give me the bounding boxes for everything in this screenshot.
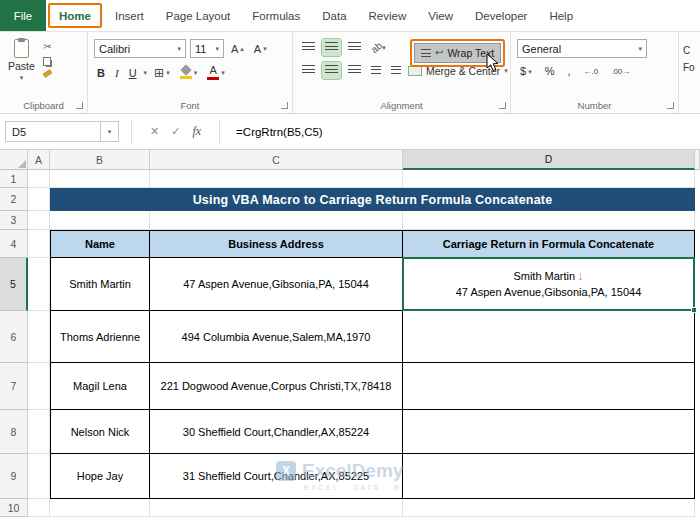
- select-all-corner[interactable]: [0, 150, 28, 170]
- table-header-result[interactable]: Carriage Return in Formula Concatenate: [403, 230, 695, 258]
- format-painter-icon[interactable]: [43, 69, 53, 78]
- row-header-8[interactable]: 8: [0, 410, 28, 454]
- tab-help[interactable]: Help: [538, 0, 584, 31]
- insert-function-button[interactable]: fx: [186, 124, 207, 139]
- row-header-7[interactable]: 7: [0, 363, 28, 410]
- dialog-launcher-icon[interactable]: [76, 102, 83, 109]
- decrease-decimal-button[interactable]: .00→: [608, 66, 633, 77]
- empty-cell[interactable]: [28, 188, 50, 211]
- tab-data[interactable]: Data: [311, 0, 357, 31]
- table-header-name[interactable]: Name: [50, 230, 150, 258]
- cancel-button[interactable]: ✕: [144, 125, 165, 138]
- increase-font-button[interactable]: A▴: [228, 42, 247, 56]
- empty-cell[interactable]: [28, 230, 50, 258]
- font-size-select[interactable]: 11 ▾: [190, 39, 224, 58]
- decrease-font-button[interactable]: A▾: [251, 42, 270, 56]
- align-top-button[interactable]: [299, 39, 318, 56]
- enter-button[interactable]: ✓: [165, 125, 186, 138]
- empty-cell[interactable]: [28, 499, 50, 517]
- tab-insert[interactable]: Insert: [104, 0, 155, 31]
- copy-icon[interactable]: [43, 57, 51, 66]
- empty-cell[interactable]: [28, 410, 50, 454]
- currency-button[interactable]: $ ▾: [517, 64, 535, 78]
- empty-cell[interactable]: [150, 211, 403, 230]
- result-cell-selected[interactable]: Smith Martin ↓ 47 Aspen Avenue,Gibsonia,…: [403, 258, 695, 311]
- name-box-dropdown[interactable]: ▾: [101, 121, 119, 142]
- tab-developer[interactable]: Developer: [464, 0, 538, 31]
- empty-cell[interactable]: [403, 170, 695, 188]
- decrease-indent-button[interactable]: [368, 63, 384, 78]
- tab-page-layout[interactable]: Page Layout: [155, 0, 242, 31]
- name-cell[interactable]: Magil Lena: [50, 363, 150, 410]
- name-box[interactable]: D5: [5, 121, 101, 142]
- align-left-button[interactable]: [299, 62, 318, 79]
- empty-cell[interactable]: [403, 499, 695, 517]
- tab-review[interactable]: Review: [358, 0, 418, 31]
- address-cell[interactable]: 30 Sheffield Court,Chandler,AX,85224: [150, 410, 403, 454]
- align-right-button[interactable]: [345, 62, 364, 79]
- fill-handle[interactable]: [691, 307, 697, 313]
- result-cell[interactable]: [403, 311, 695, 363]
- empty-cell[interactable]: [28, 170, 50, 188]
- row-header-2[interactable]: 2: [0, 188, 28, 211]
- address-cell[interactable]: 494 Columbia Avenue,Salem,MA,1970: [150, 311, 403, 363]
- align-middle-button[interactable]: [322, 39, 341, 56]
- row-header-1[interactable]: 1: [0, 170, 28, 188]
- dialog-launcher-icon[interactable]: [281, 102, 288, 109]
- empty-cell[interactable]: [50, 170, 150, 188]
- col-header-C[interactable]: C: [150, 150, 403, 170]
- align-center-button[interactable]: [322, 62, 341, 79]
- col-header-D[interactable]: D: [403, 150, 695, 170]
- formula-input[interactable]: =CrgRtrn(B5,C5): [236, 126, 323, 138]
- tab-formulas[interactable]: Formulas: [241, 0, 311, 31]
- comma-button[interactable]: ,: [564, 64, 573, 78]
- cut-icon[interactable]: ✂: [43, 41, 52, 52]
- col-header-A[interactable]: A: [28, 150, 50, 170]
- empty-cell[interactable]: [28, 311, 50, 363]
- underline-button[interactable]: U: [126, 66, 140, 80]
- number-format-select[interactable]: General ▾: [517, 39, 647, 58]
- row-header-10[interactable]: 10: [0, 499, 28, 517]
- empty-cell[interactable]: [403, 211, 695, 230]
- table-header-address[interactable]: Business Address: [150, 230, 403, 258]
- row-header-3[interactable]: 3: [0, 211, 28, 230]
- empty-cell[interactable]: [150, 499, 403, 517]
- name-cell[interactable]: Hope Jay: [50, 454, 150, 499]
- empty-cell[interactable]: [50, 499, 150, 517]
- tab-file[interactable]: File: [0, 0, 46, 31]
- name-cell[interactable]: Nelson Nick: [50, 410, 150, 454]
- increase-decimal-button[interactable]: ←.0: [580, 66, 601, 77]
- increase-indent-button[interactable]: [388, 63, 404, 78]
- bold-button[interactable]: B: [94, 66, 108, 80]
- row-header-6[interactable]: 6: [0, 311, 28, 363]
- dialog-launcher-icon[interactable]: [667, 102, 674, 109]
- empty-cell[interactable]: [50, 211, 150, 230]
- row-header-5[interactable]: 5: [0, 258, 28, 311]
- empty-cell[interactable]: [28, 258, 50, 311]
- row-header-4[interactable]: 4: [0, 230, 28, 258]
- result-cell[interactable]: [403, 363, 695, 410]
- address-cell[interactable]: 31 Sheffield Court,Chandler,AX,85225: [150, 454, 403, 499]
- percent-button[interactable]: %: [542, 64, 558, 78]
- font-name-select[interactable]: Calibri ▾: [94, 39, 186, 58]
- empty-cell[interactable]: [28, 211, 50, 230]
- tab-home[interactable]: Home: [48, 3, 102, 28]
- borders-button[interactable]: ⊞ ▾: [151, 65, 173, 81]
- tab-view[interactable]: View: [417, 0, 464, 31]
- address-cell[interactable]: 221 Dogwood Avenue,Corpus Christi,TX,784…: [150, 363, 403, 410]
- font-color-button[interactable]: A ▾: [204, 64, 228, 81]
- empty-cell[interactable]: [28, 363, 50, 410]
- empty-cell[interactable]: [28, 454, 50, 499]
- name-cell[interactable]: Smith Martin: [50, 258, 150, 311]
- empty-cell[interactable]: [150, 170, 403, 188]
- italic-button[interactable]: I: [112, 66, 122, 80]
- col-header-B[interactable]: B: [50, 150, 150, 170]
- address-cell[interactable]: 47 Aspen Avenue,Gibsonia,PA, 15044: [150, 258, 403, 311]
- align-bottom-button[interactable]: [345, 39, 364, 56]
- fill-color-button[interactable]: ▾: [177, 65, 201, 80]
- title-banner-cell[interactable]: Using VBA Macro to Carriage Return Formu…: [50, 188, 695, 211]
- row-header-9[interactable]: 9: [0, 454, 28, 499]
- orientation-button[interactable]: ab ▾: [368, 39, 389, 56]
- name-cell[interactable]: Thoms Adrienne: [50, 311, 150, 363]
- dialog-launcher-icon[interactable]: [499, 102, 506, 109]
